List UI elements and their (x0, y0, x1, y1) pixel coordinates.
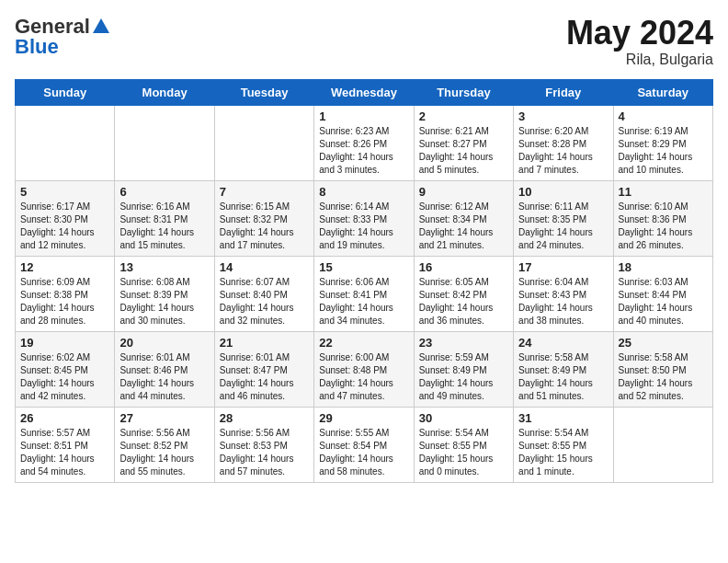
day-of-week-header: Sunday (16, 79, 115, 105)
calendar-cell (214, 105, 313, 180)
day-info: Sunrise: 6:23 AMSunset: 8:26 PMDaylight:… (319, 125, 408, 177)
calendar-cell: 22Sunrise: 6:00 AMSunset: 8:48 PMDayligh… (314, 331, 414, 407)
day-of-week-header: Thursday (414, 79, 513, 105)
day-number: 23 (419, 336, 508, 350)
day-info: Sunrise: 6:01 AMSunset: 8:47 PMDaylight:… (220, 351, 309, 403)
day-info: Sunrise: 6:04 AMSunset: 8:43 PMDaylight:… (518, 276, 608, 327)
day-number: 19 (20, 336, 109, 350)
calendar-week-row: 1Sunrise: 6:23 AMSunset: 8:26 PMDaylight… (16, 105, 713, 180)
calendar-cell: 31Sunrise: 5:54 AMSunset: 8:55 PMDayligh… (514, 407, 613, 482)
day-info: Sunrise: 6:00 AMSunset: 8:48 PMDaylight:… (319, 351, 408, 403)
calendar-cell: 13Sunrise: 6:08 AMSunset: 8:39 PMDayligh… (115, 256, 214, 331)
calendar-cell: 12Sunrise: 6:09 AMSunset: 8:38 PMDayligh… (16, 256, 115, 331)
day-number: 25 (619, 336, 708, 350)
day-number: 27 (119, 411, 209, 425)
calendar-cell: 4Sunrise: 6:19 AMSunset: 8:29 PMDaylight… (613, 105, 712, 180)
day-info: Sunrise: 6:15 AMSunset: 8:32 PMDaylight:… (220, 201, 309, 252)
day-number: 8 (319, 185, 408, 199)
day-info: Sunrise: 5:58 AMSunset: 8:49 PMDaylight:… (518, 351, 608, 403)
day-info: Sunrise: 6:20 AMSunset: 8:28 PMDaylight:… (518, 125, 608, 177)
page-header: General Blue May 2024 Rila, Bulgaria (15, 15, 713, 68)
calendar-cell: 9Sunrise: 6:12 AMSunset: 8:34 PMDaylight… (414, 180, 513, 256)
day-number: 31 (518, 411, 608, 425)
calendar-cell: 14Sunrise: 6:07 AMSunset: 8:40 PMDayligh… (214, 256, 313, 331)
day-number: 2 (419, 109, 508, 123)
day-info: Sunrise: 6:05 AMSunset: 8:42 PMDaylight:… (419, 276, 508, 327)
day-number: 10 (518, 185, 608, 199)
day-number: 4 (619, 109, 708, 123)
calendar-cell: 2Sunrise: 6:21 AMSunset: 8:27 PMDaylight… (414, 105, 513, 180)
day-info: Sunrise: 6:01 AMSunset: 8:46 PMDaylight:… (119, 351, 209, 403)
day-info: Sunrise: 5:58 AMSunset: 8:50 PMDaylight:… (619, 351, 708, 403)
day-info: Sunrise: 5:57 AMSunset: 8:51 PMDaylight:… (20, 427, 109, 478)
calendar-cell: 5Sunrise: 6:17 AMSunset: 8:30 PMDaylight… (16, 180, 115, 256)
logo-icon (91, 17, 111, 37)
day-info: Sunrise: 6:06 AMSunset: 8:41 PMDaylight:… (319, 276, 408, 327)
calendar-cell: 16Sunrise: 6:05 AMSunset: 8:42 PMDayligh… (414, 256, 513, 331)
calendar-week-row: 26Sunrise: 5:57 AMSunset: 8:51 PMDayligh… (16, 407, 713, 482)
day-info: Sunrise: 6:11 AMSunset: 8:35 PMDaylight:… (518, 201, 608, 252)
calendar-cell: 25Sunrise: 5:58 AMSunset: 8:50 PMDayligh… (613, 331, 712, 407)
calendar-cell: 28Sunrise: 5:56 AMSunset: 8:53 PMDayligh… (214, 407, 313, 482)
calendar-cell: 8Sunrise: 6:14 AMSunset: 8:33 PMDaylight… (314, 180, 414, 256)
day-info: Sunrise: 5:56 AMSunset: 8:52 PMDaylight:… (119, 427, 209, 478)
calendar-week-row: 5Sunrise: 6:17 AMSunset: 8:30 PMDaylight… (16, 180, 713, 256)
day-info: Sunrise: 6:17 AMSunset: 8:30 PMDaylight:… (20, 201, 109, 252)
day-number: 26 (20, 411, 109, 425)
day-info: Sunrise: 6:10 AMSunset: 8:36 PMDaylight:… (619, 201, 708, 252)
calendar-cell: 19Sunrise: 6:02 AMSunset: 8:45 PMDayligh… (16, 331, 115, 407)
day-number: 13 (119, 260, 209, 274)
day-number: 20 (119, 336, 209, 350)
calendar-table: SundayMondayTuesdayWednesdayThursdayFrid… (15, 79, 713, 483)
day-of-week-header: Tuesday (214, 79, 313, 105)
month-title-block: May 2024 Rila, Bulgaria (566, 15, 713, 68)
day-info: Sunrise: 6:14 AMSunset: 8:33 PMDaylight:… (319, 201, 408, 252)
day-info: Sunrise: 6:08 AMSunset: 8:39 PMDaylight:… (119, 276, 209, 327)
day-number: 9 (419, 185, 508, 199)
day-number: 18 (619, 260, 708, 274)
day-number: 22 (319, 336, 408, 350)
day-info: Sunrise: 5:54 AMSunset: 8:55 PMDaylight:… (518, 427, 608, 478)
calendar-cell: 24Sunrise: 5:58 AMSunset: 8:49 PMDayligh… (514, 331, 613, 407)
calendar-cell (613, 407, 712, 482)
calendar-cell: 6Sunrise: 6:16 AMSunset: 8:31 PMDaylight… (115, 180, 214, 256)
day-of-week-header: Wednesday (314, 79, 414, 105)
calendar-cell: 11Sunrise: 6:10 AMSunset: 8:36 PMDayligh… (613, 180, 712, 256)
calendar-week-row: 19Sunrise: 6:02 AMSunset: 8:45 PMDayligh… (16, 331, 713, 407)
day-number: 16 (419, 260, 508, 274)
svg-marker-0 (93, 18, 109, 33)
calendar-cell: 18Sunrise: 6:03 AMSunset: 8:44 PMDayligh… (613, 256, 712, 331)
calendar-cell: 30Sunrise: 5:54 AMSunset: 8:55 PMDayligh… (414, 407, 513, 482)
calendar-cell: 3Sunrise: 6:20 AMSunset: 8:28 PMDaylight… (514, 105, 613, 180)
day-number: 3 (518, 109, 608, 123)
day-number: 30 (419, 411, 508, 425)
day-number: 7 (220, 185, 309, 199)
day-number: 5 (20, 185, 109, 199)
day-number: 11 (619, 185, 708, 199)
calendar-cell: 1Sunrise: 6:23 AMSunset: 8:26 PMDaylight… (314, 105, 414, 180)
calendar-cell (16, 105, 115, 180)
day-number: 24 (518, 336, 608, 350)
day-info: Sunrise: 6:03 AMSunset: 8:44 PMDaylight:… (619, 276, 708, 327)
calendar-cell: 26Sunrise: 5:57 AMSunset: 8:51 PMDayligh… (16, 407, 115, 482)
calendar-header-row: SundayMondayTuesdayWednesdayThursdayFrid… (16, 79, 713, 105)
calendar-cell: 20Sunrise: 6:01 AMSunset: 8:46 PMDayligh… (115, 331, 214, 407)
day-number: 21 (220, 336, 309, 350)
calendar-week-row: 12Sunrise: 6:09 AMSunset: 8:38 PMDayligh… (16, 256, 713, 331)
month-year: May 2024 (566, 15, 713, 52)
location: Rila, Bulgaria (566, 52, 713, 68)
day-info: Sunrise: 6:09 AMSunset: 8:38 PMDaylight:… (20, 276, 109, 327)
calendar-cell: 27Sunrise: 5:56 AMSunset: 8:52 PMDayligh… (115, 407, 214, 482)
logo-blue: Blue (15, 35, 59, 59)
day-number: 17 (518, 260, 608, 274)
calendar-cell: 17Sunrise: 6:04 AMSunset: 8:43 PMDayligh… (514, 256, 613, 331)
calendar-cell: 10Sunrise: 6:11 AMSunset: 8:35 PMDayligh… (514, 180, 613, 256)
day-of-week-header: Saturday (613, 79, 712, 105)
calendar-cell: 15Sunrise: 6:06 AMSunset: 8:41 PMDayligh… (314, 256, 414, 331)
day-info: Sunrise: 5:56 AMSunset: 8:53 PMDaylight:… (220, 427, 309, 478)
logo: General Blue (15, 15, 112, 59)
day-of-week-header: Monday (115, 79, 214, 105)
calendar-cell: 29Sunrise: 5:55 AMSunset: 8:54 PMDayligh… (314, 407, 414, 482)
calendar-cell: 23Sunrise: 5:59 AMSunset: 8:49 PMDayligh… (414, 331, 513, 407)
day-info: Sunrise: 6:21 AMSunset: 8:27 PMDaylight:… (419, 125, 508, 177)
